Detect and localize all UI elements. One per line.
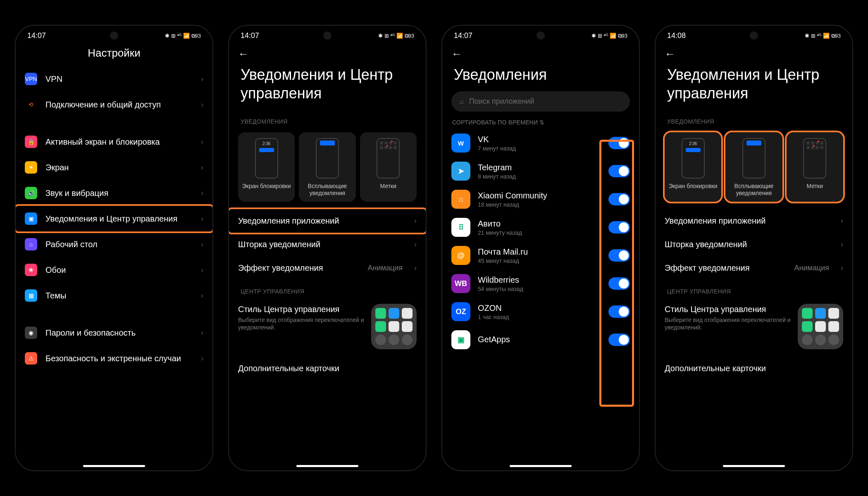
page-title: Настройки — [16, 43, 212, 66]
settings-row[interactable]: ⌂Рабочий стол› — [16, 231, 212, 257]
settings-row[interactable]: VPNVPN› — [16, 66, 212, 92]
back-button[interactable]: ← — [229, 43, 258, 62]
settings-row[interactable]: ▣Уведомления и Центр управления› — [16, 206, 212, 231]
tile-preview — [377, 138, 400, 179]
app-icon: ⌂ — [451, 190, 470, 209]
home-indicator[interactable] — [723, 465, 785, 467]
extra-cards-row[interactable]: Дополнительные карточки — [656, 354, 852, 380]
notification-toggle[interactable] — [608, 305, 630, 318]
notification-toggle[interactable] — [608, 193, 630, 205]
app-text: Авито21 минуту назад — [478, 219, 601, 236]
notif-tile[interactable]: Всплывающие уведомления — [299, 132, 355, 202]
chevron-right-icon: › — [201, 329, 203, 337]
row-label: Обои — [45, 265, 193, 275]
front-camera — [750, 31, 758, 40]
app-time: 8 минут назад — [478, 173, 601, 180]
app-name: GetApps — [478, 335, 601, 344]
app-time: 45 минут назад — [478, 258, 601, 264]
cc-preview-icon — [371, 304, 417, 349]
row-label: Уведомления и Центр управления — [45, 214, 193, 224]
settings-row[interactable]: ◉Пароли и безопасность› — [16, 320, 212, 346]
row-icon: 🔊 — [25, 187, 37, 199]
notification-toggle[interactable] — [608, 334, 630, 346]
control-center-style[interactable]: Стиль Центра управления Выберите вид ото… — [229, 299, 426, 354]
app-row[interactable]: ⌂Xiaomi Community18 минут назад — [442, 185, 639, 213]
settings-row[interactable]: ☀Экран› — [16, 155, 212, 180]
cc-style-desc: Выберите вид отображения переключателей … — [665, 316, 791, 331]
extra-cards-label: Дополнительные карточки — [665, 363, 843, 374]
tile-preview: 2:36 — [682, 138, 705, 179]
app-icon: w — [451, 134, 470, 153]
app-row[interactable]: ⠿Авито21 минуту назад — [442, 213, 639, 241]
settings-row[interactable]: 🔒Активный экран и блокировка› — [16, 129, 212, 155]
app-name: Авито — [478, 219, 601, 229]
notification-toggle[interactable] — [608, 249, 630, 262]
settings-row[interactable]: ⟲Подключение и общий доступ› — [16, 92, 212, 117]
chevron-right-icon: › — [841, 217, 843, 225]
row-label: Темы — [45, 291, 193, 301]
notif-setting-row[interactable]: Эффект уведомленияАнимация› — [656, 256, 852, 280]
extra-cards-row[interactable]: Дополнительные карточки — [229, 354, 426, 380]
search-input[interactable]: ⌕ Поиск приложений — [451, 91, 630, 112]
notification-toggle[interactable] — [608, 165, 630, 177]
app-name: OZON — [478, 303, 601, 313]
notif-setting-row[interactable]: Шторка уведомлений› — [656, 233, 852, 256]
app-time: 21 минуту назад — [478, 229, 601, 236]
notif-tile[interactable]: Всплывающие уведомления — [725, 132, 782, 202]
app-name: Xiaomi Community — [478, 191, 601, 200]
settings-row[interactable]: 🔊Звук и вибрация› — [16, 180, 212, 206]
page-title: Уведомления — [442, 62, 639, 91]
home-indicator[interactable] — [296, 465, 358, 467]
tile-preview — [803, 138, 826, 179]
sort-by-time[interactable]: СОРТИРОВАТЬ ПО ВРЕМЕНИ ⇅ — [442, 112, 639, 129]
tile-preview: 2:36 — [255, 138, 278, 179]
app-text: GetApps — [478, 335, 601, 345]
page-title: Уведомления и Центр управления — [229, 62, 426, 110]
row-icon: VPN — [25, 73, 37, 85]
row-label: Подключение и общий доступ — [45, 100, 193, 110]
notification-toggle[interactable] — [608, 221, 630, 234]
tile-label: Экран блокировки — [669, 183, 718, 190]
notif-tile[interactable]: Метки — [360, 132, 417, 202]
app-row[interactable]: ▣GetApps — [442, 326, 639, 354]
chevron-right-icon: › — [201, 215, 203, 223]
settings-row[interactable]: ⚠Безопасность и экстренные случаи› — [16, 346, 212, 371]
app-time: 18 минут назад — [478, 201, 601, 208]
notif-tile[interactable]: 2:36Экран блокировки — [665, 132, 721, 202]
home-indicator[interactable] — [83, 465, 145, 467]
app-row[interactable]: OZOZON1 час назад — [442, 298, 639, 326]
app-row[interactable]: @Почта Mail.ru45 минут назад — [442, 241, 639, 269]
status-time: 14:07 — [241, 31, 259, 40]
notif-setting-row[interactable]: Уведомления приложений› — [656, 209, 852, 233]
notif-setting-row[interactable]: Уведомления приложений› — [229, 209, 426, 233]
home-indicator[interactable] — [510, 465, 572, 467]
tile-label: Экран блокировки — [242, 183, 291, 190]
back-button[interactable]: ← — [442, 43, 471, 62]
notif-tile[interactable]: Метки — [787, 132, 843, 202]
control-center-style[interactable]: Стиль Центра управления Выберите вид ото… — [656, 299, 852, 354]
tile-preview — [316, 138, 339, 179]
notif-tile[interactable]: 2:36Экран блокировки — [238, 132, 295, 202]
app-time: 7 минут назад — [478, 145, 601, 152]
back-button[interactable]: ← — [656, 43, 684, 62]
cc-style-desc: Выберите вид отображения переключателей … — [238, 316, 365, 331]
app-row[interactable]: WBWildberries54 минуты назад — [442, 269, 639, 298]
notification-toggle[interactable] — [608, 277, 630, 290]
row-icon: 🔒 — [25, 136, 37, 148]
notif-setting-row[interactable]: Эффект уведомленияАнимация› — [229, 256, 426, 280]
chevron-right-icon: › — [841, 240, 843, 249]
status-icons: ✱ ⊞ ⁴ᴳ 📶 ⧉93 — [378, 33, 414, 39]
app-time: 54 минуты назад — [478, 286, 601, 292]
row-icon: ◉ — [25, 327, 37, 339]
app-row[interactable]: wVK7 минут назад — [442, 129, 639, 157]
search-icon: ⌕ — [460, 97, 464, 106]
phone-notif-center-tiles-hl: 14:08 ✱ ⊞ ⁴ᴳ 📶 ⧉93 ← Уведомления и Центр… — [655, 25, 853, 471]
row-label: VPN — [45, 74, 193, 84]
notif-setting-row[interactable]: Шторка уведомлений› — [229, 233, 426, 256]
tile-label: Метки — [807, 183, 823, 190]
settings-row[interactable]: ❀Обои› — [16, 257, 212, 283]
status-icons: ✱ ⊞ ⁴ᴳ 📶 ⧉93 — [591, 33, 627, 39]
notification-toggle[interactable] — [608, 137, 630, 149]
app-row[interactable]: ➤Telegram8 минут назад — [442, 157, 639, 185]
settings-row[interactable]: ▦Темы› — [16, 283, 212, 308]
